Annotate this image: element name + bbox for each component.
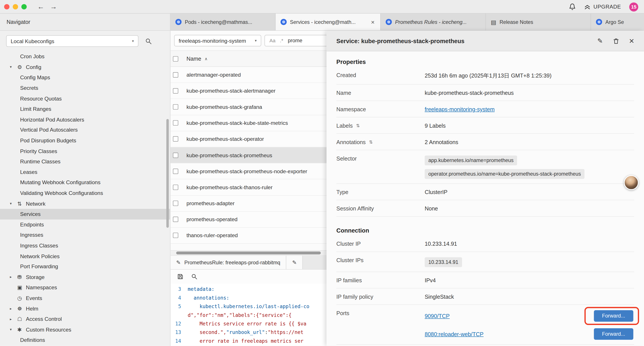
sidebar-item-priority-classes[interactable]: Priority Classes: [0, 146, 170, 156]
sidebar-item-custom-resources[interactable]: ▾✱Custom Resources: [0, 324, 170, 335]
sidebar-item-mutating-webhook-configurations[interactable]: Mutating Webhook Configurations: [0, 177, 170, 188]
namespace-selector[interactable]: freeleaps-monitoring-system ▾: [174, 35, 261, 46]
sidebar-scrollbar-thumb[interactable]: [166, 119, 169, 228]
close-window-button[interactable]: [4, 4, 10, 9]
sidebar-item-ingresses[interactable]: Ingresses: [0, 230, 170, 240]
chevron-right-icon[interactable]: ▸: [10, 317, 17, 321]
sidebar-item-services[interactable]: Services: [0, 209, 170, 219]
horizontal-scrollbar-thumb[interactable]: [176, 252, 321, 255]
row-checkbox[interactable]: [173, 136, 178, 142]
sidebar-item-config-maps[interactable]: Config Maps: [0, 72, 170, 83]
kubernetes-icon: ☸: [175, 19, 182, 25]
row-checkbox[interactable]: [173, 120, 178, 125]
edit-resource-button[interactable]: ✎: [597, 37, 603, 45]
tab-pods-icecheng-mathmas[interactable]: ☸Pods - icecheng@mathmas...: [170, 13, 276, 30]
notifications-bell-icon[interactable]: [569, 3, 576, 10]
row-checkbox[interactable]: [173, 104, 178, 109]
row-checkbox[interactable]: [173, 72, 178, 77]
namespace-link[interactable]: freeleaps-monitoring-system: [424, 106, 494, 112]
sidebar-item-horizontal-pod-autoscalers[interactable]: Horizontal Pod Autoscalers: [0, 114, 170, 125]
row-checkbox[interactable]: [173, 169, 178, 174]
dock-tab-partial[interactable]: ✎: [286, 256, 303, 269]
chevron-right-icon[interactable]: ▸: [10, 275, 17, 279]
sidebar-item-runtime-classes[interactable]: Runtime Classes: [0, 156, 170, 167]
sidebar-item-definitions[interactable]: Definitions: [0, 335, 170, 345]
kubernetes-icon: ☸: [280, 19, 287, 25]
upgrade-button[interactable]: UPGRADE: [584, 3, 621, 10]
dock-tab-label: PrometheusRule: freeleaps-prod-rabbitmq: [184, 260, 280, 265]
section-title-properties: Properties: [336, 59, 634, 65]
row-checkbox[interactable]: [173, 88, 178, 93]
line-code: kubectl.kubernetes.io/last-applied-co: [188, 303, 309, 311]
sidebar-item-port-forwarding[interactable]: Port Forwarding: [0, 261, 170, 272]
sidebar-item-label: Horizontal Pod Autoscalers: [20, 116, 84, 123]
select-all-checkbox[interactable]: [173, 56, 178, 61]
dock-tab-prometheusrule[interactable]: ✎ PrometheusRule: freeleaps-prod-rabbitm…: [170, 256, 286, 269]
sidebar-item-label: Access Control: [26, 316, 62, 322]
sidebar-item-resource-quotas[interactable]: Resource Quotas: [0, 93, 170, 104]
sidebar-item-access-control[interactable]: ▸☖Access Control: [0, 314, 170, 324]
tab-close-icon[interactable]: ×: [370, 18, 376, 25]
zoom-window-button[interactable]: [21, 4, 26, 9]
expand-toggle-icon[interactable]: ⇅: [356, 123, 360, 128]
sidebar-item-label: Helm: [26, 306, 38, 312]
name-column-header[interactable]: Name ∧: [186, 56, 208, 62]
chevron-right-icon[interactable]: ▸: [10, 307, 17, 311]
line-code: d","for":"nm","labels":{"service":{: [188, 311, 292, 320]
chevron-down-icon[interactable]: ▾: [10, 65, 17, 69]
row-checkbox[interactable]: [173, 201, 178, 206]
drawer-row-annotations: Annotations⇅2 Annotations: [336, 134, 634, 150]
sidebar-item-network[interactable]: ▾⇅Network: [0, 198, 170, 209]
sidebar-item-ingress-classes[interactable]: Ingress Classes: [0, 240, 170, 251]
back-button[interactable]: ←: [38, 3, 44, 10]
forward-button[interactable]: Forward...: [594, 310, 633, 322]
close-drawer-button[interactable]: ×: [629, 36, 634, 45]
expand-toggle-icon[interactable]: ⇅: [369, 139, 373, 145]
save-button[interactable]: [177, 273, 184, 280]
sidebar-item-config[interactable]: ▾⚙Config: [0, 62, 170, 72]
sidebar-item-label: Services: [20, 211, 40, 217]
tab-prometheus-rules-icecheng[interactable]: ☸Prometheus Rules - icecheng...: [381, 13, 486, 30]
sidebar-item-namespaces[interactable]: ▣Namespaces: [0, 282, 170, 293]
sidebar-item-storage[interactable]: ▸⛃Storage: [0, 272, 170, 282]
code-segment: "https://net: [268, 330, 303, 335]
sidebar-item-validating-webhook-configurations[interactable]: Validating Webhook Configurations: [0, 188, 170, 198]
tab-services-icecheng-math[interactable]: ☸Services - icecheng@math...×: [276, 13, 381, 30]
sidebar-search-button[interactable]: [145, 37, 152, 44]
port-link[interactable]: 8080:reloader-web/TCP: [424, 331, 484, 337]
field-label: Created: [336, 71, 425, 78]
sidebar-item-pod-disruption-budgets[interactable]: Pod Disruption Budgets: [0, 135, 170, 146]
sidebar-item-endpoints[interactable]: Endpoints: [0, 219, 170, 230]
sidebar-item-limit-ranges[interactable]: Limit Ranges: [0, 104, 170, 114]
forward-button[interactable]: Forward...: [594, 328, 633, 340]
kubeconfig-selector[interactable]: Local Kubeconfigs ▾: [6, 35, 138, 47]
row-checkbox[interactable]: [173, 233, 178, 238]
line-number: 14: [170, 337, 188, 345]
sidebar-item-helm[interactable]: ▸☸Helm: [0, 303, 170, 314]
sidebar-item-network-policies[interactable]: Network Policies: [0, 251, 170, 261]
minimize-window-button[interactable]: [13, 4, 18, 9]
sidebar-item-leases[interactable]: Leases: [0, 167, 170, 177]
chevron-down-icon: ▾: [255, 38, 257, 43]
field-value: 2 Annotations: [424, 138, 634, 145]
delete-resource-button[interactable]: [613, 37, 619, 44]
port-link[interactable]: 9090/TCP: [424, 313, 450, 319]
notification-count-badge[interactable]: 15: [629, 2, 638, 11]
tab-argo-se[interactable]: ☸Argo Se: [591, 13, 644, 30]
regex-toggle[interactable]: .*: [280, 38, 283, 43]
match-case-toggle[interactable]: Aa: [270, 38, 276, 43]
tab-release-notes[interactable]: ▤Release Notes: [486, 13, 591, 30]
row-checkbox[interactable]: [173, 217, 178, 222]
sidebar-item-label: Validating Webhook Configurations: [20, 190, 103, 196]
user-avatar[interactable]: [624, 175, 638, 190]
editor-search-button[interactable]: [191, 273, 198, 280]
row-checkbox[interactable]: [173, 185, 178, 190]
sidebar-item-events[interactable]: ◷Events: [0, 293, 170, 303]
chevron-down-icon[interactable]: ▾: [10, 201, 17, 206]
sidebar-item-secrets[interactable]: Secrets: [0, 83, 170, 93]
row-checkbox[interactable]: [173, 152, 178, 158]
chevron-down-icon[interactable]: ▾: [10, 328, 17, 332]
forward-button[interactable]: →: [50, 3, 57, 10]
sidebar-item-cron-jobs[interactable]: Cron Jobs: [0, 51, 170, 62]
sidebar-item-vertical-pod-autoscalers[interactable]: Vertical Pod Autoscalers: [0, 125, 170, 135]
